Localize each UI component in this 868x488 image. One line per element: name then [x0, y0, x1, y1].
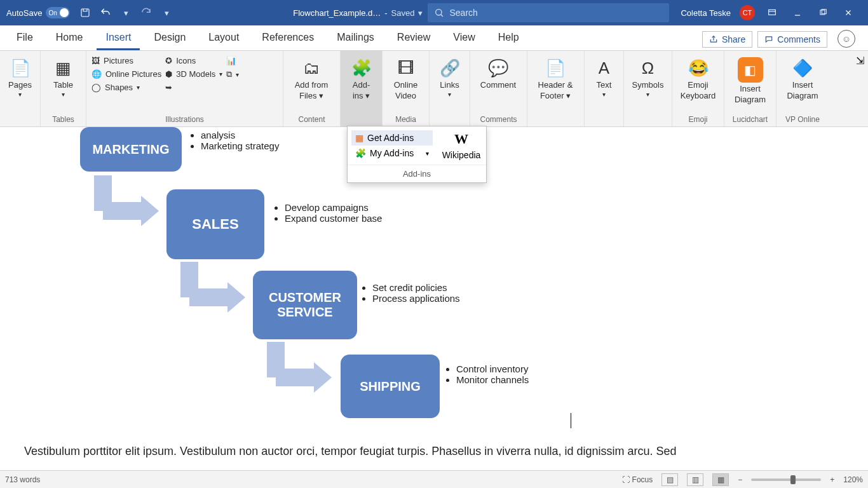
tab-design[interactable]: Design: [145, 27, 194, 50]
smartart-button[interactable]: ➥: [165, 83, 222, 92]
chart-icon: 📊: [226, 56, 236, 65]
ribbon: 📄Pages▾ ▦Table▾ Tables 🖼Pictures 🌐Online…: [0, 51, 868, 127]
shipping-bullets: Control inventory Monitor channels: [446, 363, 529, 385]
my-addins-item[interactable]: 🧩My Add-ins▾: [351, 146, 433, 161]
focus-mode-button[interactable]: ⛶Focus: [622, 475, 653, 484]
zoom-slider[interactable]: [751, 478, 821, 481]
tab-review[interactable]: Review: [388, 27, 439, 50]
3d-models-button[interactable]: ⬢3D Models ▾: [165, 69, 222, 79]
tab-file[interactable]: File: [8, 27, 42, 50]
print-layout-button[interactable]: ▥: [687, 473, 703, 486]
autosave-label: AutoSave: [6, 8, 42, 18]
minimize-button[interactable]: [789, 4, 806, 21]
store-icon: ▦: [355, 133, 363, 143]
sales-bullets: Develop campaigns Expand customer base: [275, 202, 382, 224]
undo-icon[interactable]: [99, 6, 112, 19]
addins-button[interactable]: 🧩Add-ins ▾: [346, 53, 377, 100]
share-icon: [709, 35, 718, 44]
customer-service-bullets: Set credit policies Process applications: [362, 282, 460, 304]
tab-mailings[interactable]: Mailings: [328, 27, 383, 50]
files-icon: 🗂: [301, 57, 322, 79]
web-layout-button[interactable]: ▦: [712, 473, 729, 486]
get-addins-item[interactable]: ▦Get Add-ins: [351, 130, 433, 146]
close-button[interactable]: [840, 4, 857, 21]
links-button[interactable]: 🔗Links▾: [435, 53, 465, 98]
feedback-icon[interactable]: ☺: [837, 30, 855, 48]
online-video-button[interactable]: 🎞OnlineVideo: [388, 53, 424, 100]
online-pictures-icon: 🌐: [92, 69, 102, 79]
undo-split-icon[interactable]: ▾: [119, 6, 132, 19]
add-from-files-button[interactable]: 🗂Add fromFiles ▾: [288, 53, 334, 100]
online-pictures-button[interactable]: 🌐Online Pictures: [92, 69, 161, 79]
ribbon-display-icon[interactable]: [764, 4, 780, 21]
screenshot-button[interactable]: ⧉ ▾: [226, 69, 239, 79]
save-icon[interactable]: [79, 6, 92, 19]
comment-bubble-icon: 💬: [487, 57, 509, 79]
tab-references[interactable]: References: [253, 27, 323, 50]
ribbon-tabs: File Home Insert Design Layout Reference…: [0, 25, 868, 51]
qat-more-icon[interactable]: ▾: [160, 6, 173, 19]
comment-icon: [764, 35, 773, 44]
lucidchart-group-label: Lucidchart: [729, 112, 771, 126]
autosave-toggle[interactable]: AutoSave On: [6, 7, 70, 18]
vp-group-label: VP Online: [782, 112, 824, 126]
collapse-ribbon-icon[interactable]: ⇲: [852, 51, 868, 126]
header-footer-button[interactable]: 📄Header &Footer ▾: [532, 53, 578, 100]
tab-layout[interactable]: Layout: [200, 27, 248, 50]
smartart-icon: ➥: [165, 83, 172, 92]
emoji-group-label: Emoji: [677, 112, 719, 126]
media-group-label: Media: [388, 112, 424, 126]
tab-view[interactable]: View: [444, 27, 484, 50]
user-name[interactable]: Coletta Teske: [681, 8, 731, 18]
flow-box-customer-service[interactable]: CUSTOMER SERVICE: [253, 271, 357, 339]
emoji-icon: 😂: [688, 57, 709, 79]
pictures-button[interactable]: 🖼Pictures: [92, 56, 161, 65]
vp-online-button[interactable]: 🔷InsertDiagram: [782, 53, 824, 100]
lucidchart-button[interactable]: ◧InsertDiagram: [729, 53, 771, 104]
zoom-in-button[interactable]: +: [830, 475, 834, 484]
addins-popup: ▦Get Add-ins 🧩My Add-ins▾ W Wikipedia Ad…: [347, 126, 487, 183]
search-box[interactable]: [428, 3, 669, 22]
share-button[interactable]: Share: [702, 31, 752, 48]
tab-insert[interactable]: Insert: [97, 27, 140, 50]
avatar[interactable]: CT: [740, 5, 755, 20]
status-bar: 713 words ⛶Focus ▤ ▥ ▦ − + 120%: [0, 470, 868, 488]
user-area: Coletta Teske CT: [669, 4, 868, 21]
flow-box-sales[interactable]: SALES: [166, 189, 264, 259]
read-mode-button[interactable]: ▤: [661, 473, 678, 486]
zoom-out-button[interactable]: −: [738, 475, 742, 484]
wikipedia-addin[interactable]: W Wikipedia: [437, 126, 486, 165]
comments-button[interactable]: Comments: [757, 31, 827, 48]
maximize-button[interactable]: [815, 4, 831, 21]
video-icon: 🎞: [395, 57, 417, 79]
flow-box-shipping[interactable]: SHIPPING: [341, 355, 440, 418]
comments-group-label: Comments: [475, 112, 522, 126]
link-icon: 🔗: [439, 57, 461, 79]
wikipedia-icon: W: [454, 131, 468, 147]
text-button[interactable]: AText▾: [590, 53, 618, 98]
tab-help[interactable]: Help: [489, 27, 528, 50]
tables-group-label: Tables: [46, 112, 81, 126]
word-count[interactable]: 713 words: [5, 475, 40, 484]
shapes-button[interactable]: ◯Shapes ▾: [92, 83, 161, 92]
lucidchart-icon: ◧: [738, 57, 763, 83]
tab-home[interactable]: Home: [47, 27, 92, 50]
comment-button[interactable]: 💬Comment: [475, 53, 521, 90]
body-paragraph[interactable]: Vestibulum porttitor elit ipsum. Vestibu…: [24, 444, 836, 459]
flow-box-marketing[interactable]: MARKETING: [80, 127, 182, 172]
toggle-switch[interactable]: On: [46, 7, 70, 18]
vp-diagram-icon: 🔷: [792, 57, 813, 79]
table-button[interactable]: ▦Table▾: [46, 53, 81, 98]
search-input[interactable]: [449, 8, 663, 18]
screenshot-icon: ⧉: [226, 69, 232, 79]
title-dropdown-icon[interactable]: ▾: [418, 8, 423, 18]
addins-popup-label: Add-ins: [348, 165, 486, 182]
chart-button[interactable]: 📊: [226, 56, 239, 65]
emoji-keyboard-button[interactable]: 😂EmojiKeyboard: [677, 53, 719, 100]
pages-button[interactable]: 📄Pages▾: [5, 53, 35, 98]
symbols-button[interactable]: ΩSymbols▾: [629, 53, 667, 98]
zoom-level[interactable]: 120%: [843, 475, 863, 484]
pages-icon: 📄: [10, 57, 31, 79]
redo-icon[interactable]: [140, 6, 153, 19]
icons-button[interactable]: ✪Icons: [165, 56, 222, 65]
